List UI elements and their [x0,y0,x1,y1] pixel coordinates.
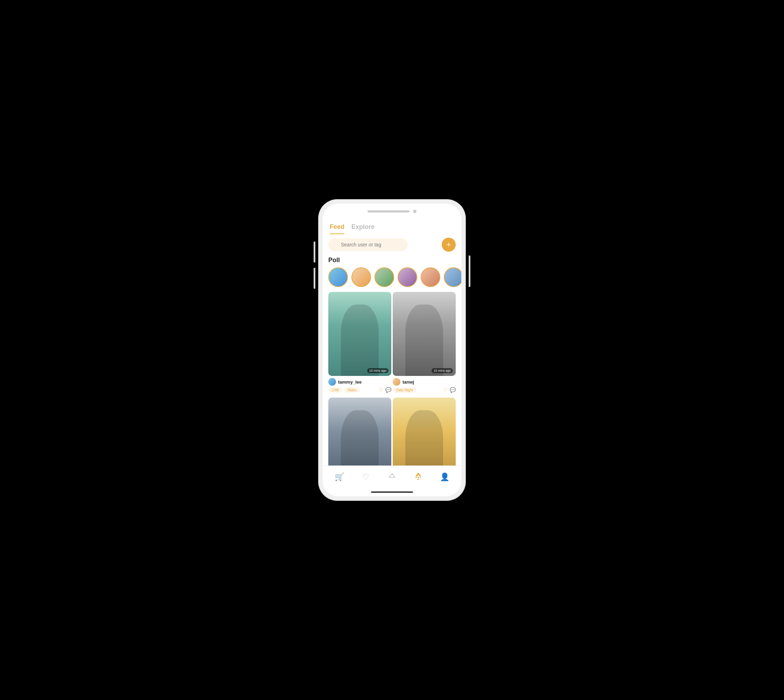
comment-icon-1[interactable]: 💬 [385,387,391,393]
poll-avatar-3[interactable] [375,267,394,287]
likes-icon: ♡ [362,472,369,482]
home-bar [371,492,413,493]
feed-user-row-2: tanwj [393,378,456,386]
tag-date-night[interactable]: Date Night [393,387,416,393]
feed-avatar-1[interactable] [328,378,336,386]
nav-notifications[interactable] [405,472,432,482]
tag-retro[interactable]: Retro [344,387,359,393]
volume-down-button[interactable] [314,268,315,289]
search-container: 🔍 + [323,234,461,255]
feed-card-1: 10 mins ago tammy_lee Chill Retro ♡ 💬 [328,292,391,393]
action-icons-2: ♡ 💬 [443,387,456,393]
svg-point-0 [417,473,419,475]
svg-point-1 [416,474,418,476]
like-icon-2[interactable]: ♡ [443,387,448,393]
search-input[interactable] [328,238,408,251]
feed-image-4[interactable]: 27 mins ago [393,398,456,465]
nav-profile[interactable]: 👤 [432,472,458,482]
poll-avatar-5[interactable] [421,267,440,287]
comment-icon-2[interactable]: 💬 [450,387,456,393]
phone-screen: Feed Explore 🔍 + Poll [323,204,461,496]
tab-feed[interactable]: Feed [330,222,344,234]
svg-point-4 [417,477,419,478]
time-badge-2: 15 mins ago [432,368,453,373]
feed-grid: 10 mins ago tammy_lee Chill Retro ♡ 💬 [323,292,461,465]
power-button[interactable] [469,255,470,287]
notifications-icon [414,472,422,482]
tag-chill[interactable]: Chill [328,387,342,393]
cart-icon: 🛒 [335,472,344,482]
app-content: Feed Explore 🔍 + Poll [323,219,461,465]
profile-icon: 👤 [440,472,449,482]
feed-image-1[interactable]: 10 mins ago [328,292,391,376]
feed-image-2[interactable]: 15 mins ago [393,292,456,376]
nav-likes[interactable]: ♡ [352,472,379,482]
poll-avatar-list [323,267,461,292]
home-indicator [323,488,461,496]
like-icon-1[interactable]: ♡ [379,387,383,393]
volume-up-button[interactable] [314,242,315,262]
feed-card-4: 27 mins ago mccoy ♡ 💬 [393,398,456,465]
search-wrapper: 🔍 [328,238,438,251]
nav-cart[interactable]: 🛒 [326,472,352,482]
feed-username-2: tanwj [402,379,414,385]
poll-avatar-1[interactable] [328,267,348,287]
svg-point-5 [420,477,421,478]
poll-section: Poll [323,255,461,292]
status-bar [323,204,461,219]
tab-explore[interactable]: Explore [351,222,375,234]
svg-point-3 [415,477,417,478]
feed-tags-row-1: Chill Retro ♡ 💬 [328,387,391,393]
phone-device: Feed Explore 🔍 + Poll [319,200,465,500]
feed-user-row-1: tammy_lee [328,378,391,386]
svg-point-2 [419,474,421,476]
poll-title: Poll [323,255,461,267]
feed-card-3: 20 mins ago carolien ♡ 💬 [328,398,391,465]
add-post-button[interactable]: + [442,238,456,252]
poll-avatar-4[interactable] [398,267,417,287]
time-badge-1: 10 mins ago [367,368,389,373]
feed-username-1: tammy_lee [338,379,362,385]
camera-dot [413,210,417,213]
notch [367,210,409,212]
action-icons-1: ♡ 💬 [379,387,391,393]
wardrobe-icon [388,472,396,482]
poll-avatar-6[interactable] [444,267,461,287]
feed-tags-row-2: Date Night ♡ 💬 [393,387,456,393]
feed-avatar-2[interactable] [393,378,400,386]
feed-image-3[interactable]: 20 mins ago [328,398,391,465]
nav-wardrobe[interactable] [379,472,405,482]
bottom-nav: 🛒 ♡ [323,465,461,488]
feed-card-2: 15 mins ago tanwj Date Night ♡ 💬 [393,292,456,393]
poll-avatar-2[interactable] [351,267,371,287]
tabs: Feed Explore [323,219,461,234]
